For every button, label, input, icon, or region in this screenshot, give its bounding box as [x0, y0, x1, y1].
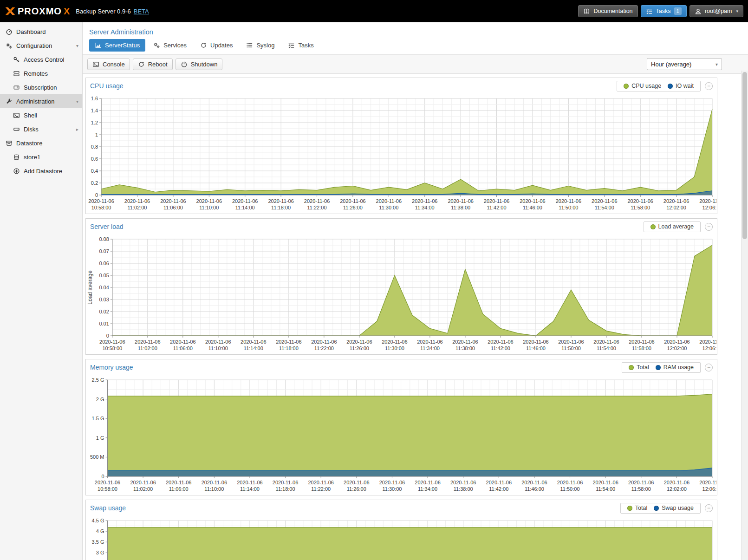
svg-text:2020-11-06: 2020-11-06 — [699, 198, 716, 204]
tab-label: Services — [163, 42, 187, 49]
legend-color-dot — [654, 506, 659, 511]
tab-updates[interactable]: Updates — [195, 39, 238, 52]
svg-text:2020-11-06: 2020-11-06 — [202, 480, 227, 485]
legend-item-total[interactable]: Total — [626, 364, 651, 371]
legend-item-load-average[interactable]: Load average — [648, 223, 696, 230]
sidebar-item-shell[interactable]: Shell — [0, 108, 82, 122]
svg-text:11:46:00: 11:46:00 — [526, 345, 546, 351]
svg-text:Load average: Load average — [87, 270, 93, 305]
svg-text:4.5 G: 4.5 G — [92, 518, 104, 523]
tab-label: Tasks — [298, 42, 313, 49]
svg-text:2020-11-06: 2020-11-06 — [205, 339, 231, 345]
svg-text:12:06:00: 12:06:00 — [702, 345, 716, 351]
cpu-usage-chart: 00.20.40.60.811.21.41.62020-11-0610:58:0… — [86, 94, 716, 213]
sidebar-item-access-control[interactable]: Access Control — [0, 52, 82, 66]
chevron-down-icon: ▾ — [736, 9, 738, 13]
collapse-panel-button[interactable]: − — [705, 223, 713, 231]
vertical-scrollbar[interactable] — [741, 71, 748, 560]
sidebar-item-subscription[interactable]: Subscription — [0, 80, 82, 94]
collapse-panel-button[interactable]: − — [705, 82, 713, 90]
sidebar-item-label: Subscription — [24, 84, 57, 91]
gauge-icon — [6, 28, 13, 35]
legend-item-ram-usage[interactable]: RAM usage — [653, 364, 696, 371]
sidebar-item-add-datastore[interactable]: Add Datastore — [0, 164, 82, 178]
svg-text:11:58:00: 11:58:00 — [631, 486, 651, 492]
svg-text:11:18:00: 11:18:00 — [276, 486, 295, 492]
svg-text:11:30:00: 11:30:00 — [382, 486, 402, 492]
user-menu-button[interactable]: root@pam ▾ — [689, 5, 743, 17]
svg-text:2020-11-06: 2020-11-06 — [237, 480, 262, 485]
sidebar-item-label: Access Control — [24, 56, 64, 63]
svg-text:2020-11-06: 2020-11-06 — [304, 198, 330, 204]
tab-label: Syslog — [256, 42, 274, 49]
svg-text:12:02:00: 12:02:00 — [666, 205, 686, 210]
panel-title: CPU usage — [90, 82, 617, 90]
product-version: Backup Server 0.9-6 — [76, 8, 131, 15]
memory-usage-panel: Memory usage TotalRAM usage − 0500 M1 G1… — [85, 359, 717, 495]
svg-text:11:58:00: 11:58:00 — [632, 345, 651, 351]
svg-text:0.8: 0.8 — [91, 144, 98, 150]
sidebar-item-remotes[interactable]: Remotes — [0, 66, 82, 80]
svg-text:10:58:00: 10:58:00 — [91, 205, 111, 210]
legend-item-cpu-usage[interactable]: CPU usage — [621, 83, 664, 89]
legend-item-io-wait[interactable]: IO wait — [665, 83, 696, 89]
svg-text:0.03: 0.03 — [99, 297, 109, 302]
svg-text:11:26:00: 11:26:00 — [343, 205, 363, 210]
sidebar-item-administration[interactable]: Administration▾ — [0, 94, 82, 108]
legend-color-dot — [627, 506, 632, 511]
svg-text:11:46:00: 11:46:00 — [525, 486, 544, 492]
documentation-button[interactable]: Documentation — [578, 5, 637, 17]
chevron-down-icon: ▾ — [76, 99, 78, 104]
scrollbar-thumb[interactable] — [742, 72, 747, 239]
svg-text:11:22:00: 11:22:00 — [311, 486, 331, 492]
timeframe-select[interactable]: Hour (average) ▾ — [647, 58, 722, 70]
sidebar-item-disks[interactable]: Disks▸ — [0, 122, 82, 136]
svg-text:11:38:00: 11:38:00 — [455, 345, 475, 351]
svg-text:2020-11-06: 2020-11-06 — [417, 339, 442, 345]
collapse-panel-button[interactable]: − — [705, 364, 713, 371]
svg-text:2020-11-06: 2020-11-06 — [699, 480, 716, 485]
console-button[interactable]: Console — [87, 59, 130, 70]
swap-usage-panel: Swap usage TotalSwap usage − 0500 M1 G1.… — [85, 500, 717, 560]
chart-legend: CPU usageIO wait — [617, 81, 701, 91]
sidebar-item-store1[interactable]: store1 — [0, 150, 82, 164]
tabbar: ServerStatusServicesUpdatesSyslogTasks — [83, 38, 748, 55]
shutdown-button[interactable]: Shutdown — [176, 59, 223, 70]
svg-text:0.02: 0.02 — [99, 309, 109, 314]
svg-text:11:50:00: 11:50:00 — [559, 205, 578, 210]
tab-syslog[interactable]: Syslog — [241, 39, 280, 52]
svg-text:2020-11-06: 2020-11-06 — [520, 198, 545, 204]
tasks-button[interactable]: Tasks 1 — [641, 5, 687, 17]
tab-serverstatus[interactable]: ServerStatus — [89, 39, 145, 52]
svg-text:3 G: 3 G — [96, 550, 104, 555]
legend-item-total[interactable]: Total — [624, 505, 650, 511]
panel-title: Swap usage — [90, 504, 620, 512]
svg-text:2.5 G: 2.5 G — [92, 377, 104, 383]
svg-text:12:02:00: 12:02:00 — [667, 486, 687, 492]
reboot-icon — [138, 61, 145, 68]
collapse-panel-button[interactable]: − — [705, 504, 713, 512]
svg-text:12:06:00: 12:06:00 — [702, 205, 716, 210]
legend-item-swap-usage[interactable]: Swap usage — [651, 505, 696, 511]
beta-link[interactable]: BETA — [134, 8, 149, 15]
legend-label: Swap usage — [662, 505, 694, 511]
svg-text:0.2: 0.2 — [91, 180, 98, 186]
terminal-icon — [92, 61, 99, 68]
svg-text:2020-11-06: 2020-11-06 — [557, 480, 583, 485]
chevron-down-icon: ▾ — [715, 62, 718, 67]
svg-text:2020-11-06: 2020-11-06 — [232, 198, 258, 204]
reboot-button[interactable]: Reboot — [133, 59, 173, 70]
svg-text:0.06: 0.06 — [99, 260, 109, 266]
svg-text:2020-11-06: 2020-11-06 — [593, 339, 619, 345]
svg-text:2020-11-06: 2020-11-06 — [170, 339, 195, 345]
tab-tasks[interactable]: Tasks — [282, 39, 319, 52]
tab-services[interactable]: Services — [148, 39, 192, 52]
svg-text:11:42:00: 11:42:00 — [491, 345, 510, 351]
tasks-label: Tasks — [656, 8, 671, 14]
page-title: Server Administration — [89, 28, 748, 36]
svg-text:2020-11-06: 2020-11-06 — [166, 480, 191, 485]
sidebar-item-configuration[interactable]: Configuration▾ — [0, 39, 82, 52]
svg-text:10:58:00: 10:58:00 — [102, 345, 122, 351]
sidebar-item-datastore[interactable]: Datastore — [0, 136, 82, 150]
sidebar-item-dashboard[interactable]: Dashboard — [0, 25, 82, 39]
